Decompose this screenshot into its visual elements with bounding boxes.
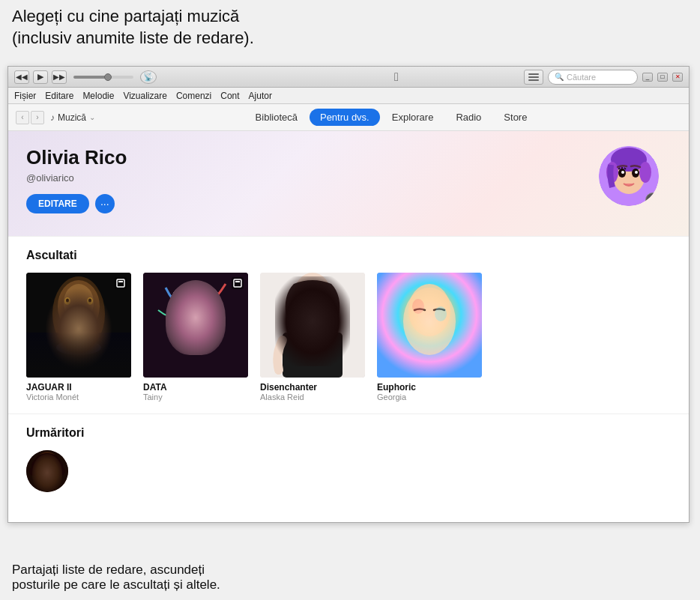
menu-fisier[interactable]: Fișier [14,91,36,101]
svg-point-43 [412,299,424,314]
content-area[interactable]: Olivia Rico @oliviarico EDITARE ··· [8,131,689,522]
svg-rect-39 [283,333,343,378]
svg-point-15 [64,284,94,321]
search-box[interactable]: 🔍 Căutare [548,70,638,85]
minimize-button[interactable]: _ [642,73,653,82]
more-button[interactable]: ··· [95,194,115,213]
album-art-euphoric [377,273,482,378]
svg-point-37 [294,273,331,318]
album-item-jaguar[interactable]: JAGUAR II Victoria Monét [26,273,131,401]
album-artist-euphoric: Georgia [377,393,482,401]
album-item-data[interactable]: DATA Tainy [143,273,248,401]
menu-bar: Fișier Editare Melodie Vizualizare Comen… [8,88,689,104]
album-cover-disenchanter [260,273,365,378]
svg-point-56 [40,467,45,473]
svg-point-21 [56,340,101,355]
svg-point-38 [299,290,326,323]
search-icon: 🔍 [555,73,564,81]
tab-explorare[interactable]: Explorare [381,109,444,126]
svg-point-13 [52,276,105,351]
tab-pentru-dvs[interactable]: Pentru dvs. [310,109,380,126]
menu-comenzi[interactable]: Comenzi [176,91,211,101]
album-artist-data: Tainy [143,393,248,401]
svg-point-18 [66,299,69,303]
svg-rect-36 [260,273,365,378]
album-badge-jaguar [115,277,127,289]
svg-point-52 [37,455,46,464]
svg-rect-34 [234,279,241,287]
svg-point-50 [52,460,63,470]
svg-point-54 [49,455,58,464]
svg-rect-20 [26,333,131,378]
top-annotation-line1: Alegeți cu cine partajați muzică [12,7,239,25]
menu-ajutor[interactable]: Ajutor [249,91,272,101]
profile-actions: EDITARE ··· [26,194,671,213]
follower-avatar[interactable] [26,450,68,492]
profile-name: Olivia Rico [26,146,671,169]
svg-point-16 [64,297,70,305]
album-item-euphoric[interactable]: Euphoric Georgia [377,273,482,401]
urmaritori-title: Urmăritori [26,426,671,440]
svg-point-25 [173,282,218,339]
svg-point-27 [179,302,193,318]
edit-button[interactable]: EDITARE [26,194,89,213]
itunes-window: ◀◀ ▶ ▶▶ 📡  🔍 Căutare _ □ ✕ [7,66,690,523]
nav-forward[interactable]: › [31,111,44,124]
album-title-euphoric: Euphoric [377,382,482,393]
nav-source-label: Muzică [58,112,86,123]
play-button[interactable]: ▶ [33,70,48,84]
album-artist-disenchanter: Alaska Reid [260,393,365,401]
close-button[interactable]: ✕ [672,73,683,82]
ascultati-title: Ascultati [26,249,671,262]
album-title-data: DATA [143,382,248,393]
svg-point-19 [88,299,91,303]
svg-point-7 [621,171,624,174]
svg-point-26 [172,282,220,315]
svg-rect-40 [377,273,482,378]
svg-rect-35 [235,281,240,282]
top-annotation-line2: (inclusiv anumite liste de redare). [12,28,254,47]
svg-point-14 [58,280,100,333]
svg-point-17 [87,297,93,305]
svg-point-51 [56,467,65,476]
svg-point-57 [49,467,54,473]
svg-point-8 [635,171,638,174]
nav-arrows: ‹ › [16,111,44,124]
menu-vizualizare[interactable]: Vizualizare [123,91,166,101]
toolbar-right: 🔍 Căutare _ □ ✕ [524,70,683,85]
menu-melodie[interactable]: Melodie [82,91,114,101]
nav-source-chevron: ⌄ [89,113,95,121]
search-placeholder: Căutare [567,73,596,82]
back-button[interactable]: ◀◀ [14,70,29,84]
profile-avatar: 🔒 [599,146,659,206]
tab-biblioteca[interactable]: Bibliotecă [245,109,308,126]
svg-point-31 [186,308,189,311]
album-cover-euphoric [377,273,482,378]
album-art-disenchanter [260,273,365,378]
svg-point-44 [435,306,447,321]
maximize-button[interactable]: □ [657,73,668,82]
forward-button[interactable]: ▶▶ [52,70,67,84]
menu-editare[interactable]: Editare [45,91,73,101]
svg-point-45 [26,450,68,492]
tab-store[interactable]: Store [493,109,537,126]
svg-point-42 [408,284,450,336]
list-view-button[interactable] [524,70,543,85]
album-item-disenchanter[interactable]: Disenchanter Alaska Reid [260,273,365,401]
svg-point-4 [639,162,651,183]
tab-radio[interactable]: Radio [445,109,492,126]
album-artist-jaguar: Victoria Monét [26,393,131,401]
menu-cont[interactable]: Cont [220,91,239,101]
svg-point-55 [37,459,58,483]
bottom-annotation-line1: Partajați liste de redare, ascundeți [12,563,205,577]
apple-logo:  [269,70,524,84]
volume-slider[interactable] [73,76,133,79]
svg-point-48 [31,460,42,470]
svg-point-30 [202,306,209,315]
profile-handle: @oliviarico [26,172,671,184]
album-title-jaguar: JAGUAR II [26,382,131,393]
svg-rect-23 [118,281,123,282]
airport-button[interactable]: 📡 [140,70,157,84]
nav-back[interactable]: ‹ [16,111,29,124]
svg-rect-22 [117,279,124,287]
